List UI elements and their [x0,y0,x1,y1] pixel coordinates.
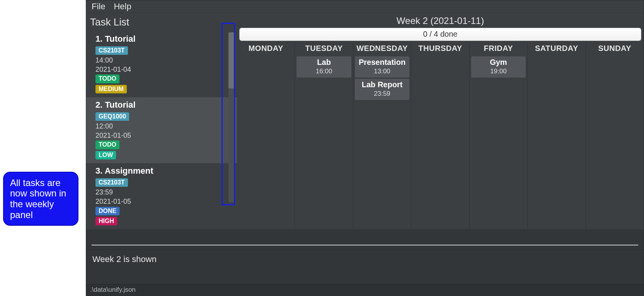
task-title: 2. Tutorial [95,100,230,110]
task-list-title: Task List [86,13,237,31]
menubar: File Help [86,0,644,13]
status-bar: .\data\unify.json [86,284,644,296]
day-header: FRIDAY [470,42,526,55]
task-date: 2021-01-04 [95,66,230,74]
day-header: THURSDAY [412,42,468,55]
priority-tag: HIGH [95,217,117,225]
calendar-event[interactable]: Lab Report23:59 [355,79,409,100]
calendar-event[interactable]: Gym19:00 [471,56,526,78]
day-column: TUESDAYLab16:00 [295,42,353,229]
task-title: 3. Assignment [95,166,230,176]
event-title: Lab [297,58,350,67]
result-console: Week 2 is shown [86,249,644,284]
event-time: 16:00 [297,68,350,75]
status-tag: TODO [95,140,119,149]
day-header: MONDAY [238,42,294,55]
done-progress-bar: 0 / 4 done [239,28,641,41]
priority-tag: MEDIUM [95,85,127,93]
task-card[interactable]: 3. AssignmentCS2103T23:592021-01-05DONEH… [86,163,237,229]
task-date: 2021-01-05 [95,198,230,206]
priority-tag: LOW [95,151,116,159]
task-list-scroll[interactable]: 1. TutorialCS2103T14:002021-01-04TODOMED… [86,31,237,229]
event-title: Lab Report [356,80,409,89]
annotation-text: All tasks are now shown in the weekly pa… [10,178,72,220]
command-input-underline [92,245,638,245]
command-input-row[interactable] [86,229,644,249]
day-column: MONDAY [237,42,295,229]
done-progress-label: 0 / 4 done [423,30,458,39]
event-time: 19:00 [472,68,525,75]
task-card[interactable]: 1. TutorialCS2103T14:002021-01-04TODOMED… [86,31,237,97]
module-tag: GEQ1000 [95,112,129,121]
module-tag: CS2103T [95,178,128,187]
event-title: Gym [472,58,525,67]
app-window: File Help Task List 1. TutorialCS2103T14… [86,0,644,296]
calendar-event[interactable]: Presentation13:00 [355,56,409,78]
annotation-callout: All tasks are now shown in the weekly pa… [3,172,78,226]
event-time: 23:59 [356,90,409,98]
status-path: .\data\unify.json [90,286,136,293]
task-time: 12:00 [95,122,230,131]
day-column: SATURDAY [527,42,585,229]
event-title: Presentation [356,58,409,67]
module-tag: CS2103T [95,46,128,55]
menu-file[interactable]: File [92,2,105,12]
day-header: SATURDAY [528,42,584,55]
calendar-event[interactable]: Lab16:00 [296,56,351,78]
day-header: TUESDAY [296,42,352,55]
status-tag: DONE [95,207,119,215]
task-date: 2021-01-05 [95,132,230,140]
scrollbar-thumb[interactable] [228,32,235,88]
day-column: FRIDAYGym19:00 [469,42,527,229]
day-header: SUNDAY [587,42,643,55]
day-column: WEDNESDAYPresentation13:00Lab Report23:5… [353,42,411,229]
result-text: Week 2 is shown [92,254,157,264]
task-time: 23:59 [95,188,230,197]
task-card[interactable]: 2. TutorialGEQ100012:002021-01-05TODOLOW [86,97,237,163]
week-days-row: MONDAYTUESDAYLab16:00WEDNESDAYPresentati… [237,41,644,229]
task-list-panel: Task List 1. TutorialCS2103T14:002021-01… [86,13,237,229]
week-title: Week 2 (2021-01-11) [237,13,644,28]
main-region: Task List 1. TutorialCS2103T14:002021-01… [86,13,644,229]
task-title: 1. Tutorial [95,34,230,44]
day-column: THURSDAY [411,42,469,229]
day-column: SUNDAY [586,42,644,229]
event-time: 13:00 [356,68,409,75]
status-tag: TODO [95,74,119,83]
task-time: 14:00 [95,56,230,65]
menu-help[interactable]: Help [114,2,131,12]
week-panel: Week 2 (2021-01-11) 0 / 4 done MONDAYTUE… [237,13,644,229]
day-header: WEDNESDAY [354,42,410,55]
lower-region: Week 2 is shown .\data\unify.json [86,229,644,296]
